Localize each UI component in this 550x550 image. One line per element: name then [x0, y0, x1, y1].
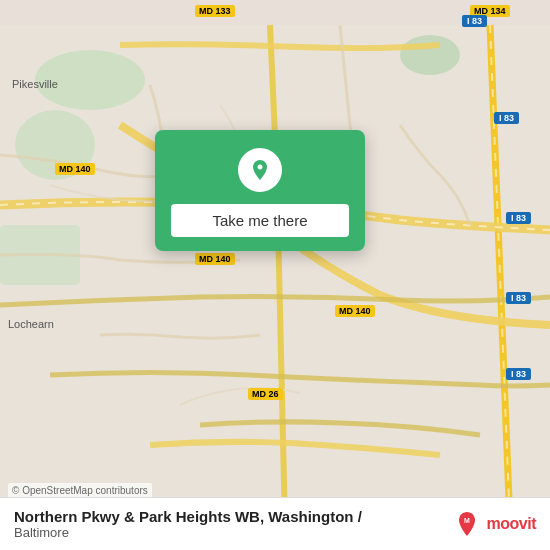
md133-badge: MD 133 — [195, 5, 235, 17]
svg-point-4 — [400, 35, 460, 75]
location-title: Northern Pkwy & Park Heights WB, Washing… — [14, 508, 362, 525]
svg-point-1 — [35, 50, 145, 110]
md140-badge-2: MD 140 — [195, 253, 235, 265]
moovit-icon-svg: M — [453, 510, 481, 538]
md140-badge-1: MD 140 — [55, 163, 95, 175]
location-card: Take me there — [155, 130, 365, 251]
md26-badge: MD 26 — [248, 388, 283, 400]
take-me-there-button[interactable]: Take me there — [171, 204, 349, 237]
location-info: Northern Pkwy & Park Heights WB, Washing… — [14, 508, 362, 540]
location-pin-circle — [238, 148, 282, 192]
moovit-logo-text: moovit — [487, 515, 536, 533]
i83-badge-5: I 83 — [506, 368, 531, 380]
bottom-bar: Northern Pkwy & Park Heights WB, Washing… — [0, 497, 550, 550]
md140-badge-3: MD 140 — [335, 305, 375, 317]
i83-badge-3: I 83 — [506, 212, 531, 224]
map-container: Pikesville Lochearn MD 133 MD 134 MD 140… — [0, 0, 550, 550]
location-subtitle: Baltimore — [14, 525, 362, 540]
moovit-logo: M moovit — [453, 510, 536, 538]
location-pin-icon — [248, 158, 272, 182]
i83-badge-4: I 83 — [506, 292, 531, 304]
svg-text:M: M — [464, 517, 470, 524]
map-attribution: © OpenStreetMap contributors — [8, 483, 152, 498]
i83-badge-1: I 83 — [462, 15, 487, 27]
i83-badge-2: I 83 — [494, 112, 519, 124]
